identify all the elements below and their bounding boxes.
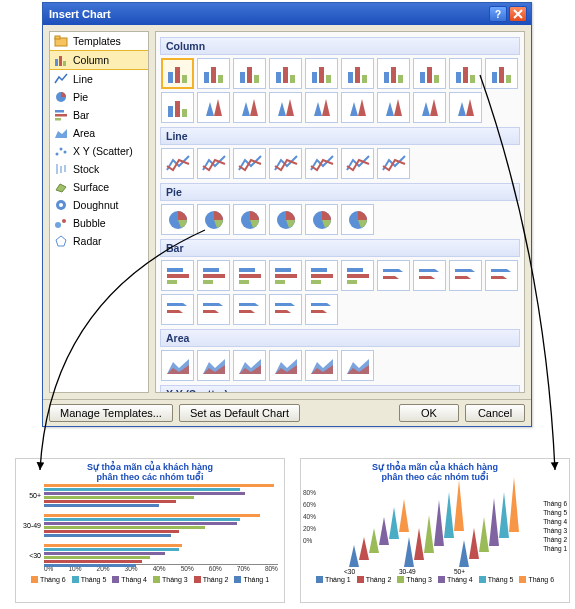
svg-rect-53 — [175, 101, 180, 117]
chart-thumbnail[interactable] — [197, 204, 230, 235]
sidebar-item-area[interactable]: Area — [50, 124, 148, 142]
chart-thumbnail[interactable] — [305, 92, 338, 123]
svg-rect-23 — [175, 67, 180, 83]
svg-marker-106 — [203, 310, 219, 313]
chart-thumbnail[interactable] — [377, 148, 410, 179]
chart-thumbnail[interactable] — [233, 58, 266, 89]
svg-marker-97 — [419, 269, 439, 272]
close-button[interactable] — [509, 6, 527, 22]
chart-thumbnail[interactable] — [269, 294, 302, 325]
chart-thumbnail[interactable] — [233, 148, 266, 179]
chart-thumbnail[interactable] — [161, 260, 194, 291]
sidebar-item-pie[interactable]: Pie — [50, 88, 148, 106]
chart-thumbnail[interactable] — [413, 58, 446, 89]
chart-thumbnail[interactable] — [341, 350, 374, 381]
chart-thumbnail[interactable] — [233, 204, 266, 235]
sidebar-item-radar[interactable]: Radar — [50, 232, 148, 250]
chart-thumbnail[interactable] — [233, 294, 266, 325]
sidebar-item-bubble[interactable]: Bubble — [50, 214, 148, 232]
chart-thumbnail[interactable] — [233, 92, 266, 123]
chart-thumbnail[interactable] — [305, 350, 338, 381]
sidebar-item-doughnut[interactable]: Doughnut — [50, 196, 148, 214]
chart-thumbnail[interactable] — [197, 260, 230, 291]
chart-thumbnail[interactable] — [341, 204, 374, 235]
chart-thumbnail[interactable] — [161, 92, 194, 123]
chart-gallery[interactable]: ColumnLinePieBarAreaX Y (Scatter)Stock — [155, 31, 525, 393]
chart-thumbnail[interactable] — [161, 294, 194, 325]
bubble-chart-icon — [54, 216, 68, 230]
chart-thumbnail[interactable] — [197, 58, 230, 89]
svg-marker-69 — [458, 102, 466, 116]
sidebar-item-line[interactable]: Line — [50, 70, 148, 88]
chart-thumbnail[interactable] — [377, 58, 410, 89]
chart-thumbnail[interactable] — [269, 204, 302, 235]
set-default-chart-button[interactable]: Set as Default Chart — [179, 404, 300, 422]
chart-thumbnail[interactable] — [377, 92, 410, 123]
sidebar-item-stock[interactable]: Stock — [50, 160, 148, 178]
chart-thumbnail[interactable] — [449, 92, 482, 123]
sidebar-item-label: Area — [73, 127, 95, 139]
svg-rect-32 — [283, 67, 288, 83]
chart-thumbnail[interactable] — [305, 58, 338, 89]
chart-thumbnail[interactable] — [161, 148, 194, 179]
chart-thumbnail[interactable] — [233, 350, 266, 381]
ok-button[interactable]: OK — [399, 404, 459, 422]
chart-thumbnail[interactable] — [341, 148, 374, 179]
svg-marker-96 — [383, 276, 399, 279]
sidebar-item-column[interactable]: Column — [50, 50, 148, 70]
chart-thumbnail[interactable] — [197, 92, 230, 123]
svg-rect-80 — [203, 268, 219, 272]
chart-thumbnail[interactable] — [269, 58, 302, 89]
sidebar-item-templates[interactable]: Templates — [50, 32, 148, 50]
svg-point-11 — [60, 148, 63, 151]
sidebar-item-scatter[interactable]: X Y (Scatter) — [50, 142, 148, 160]
chart-thumbnail[interactable] — [161, 58, 194, 89]
category-header: Area — [160, 329, 520, 347]
svg-rect-88 — [275, 280, 285, 284]
svg-rect-50 — [499, 67, 504, 83]
svg-marker-58 — [250, 99, 258, 116]
chart-thumbnail[interactable] — [197, 148, 230, 179]
svg-marker-99 — [455, 269, 475, 272]
chart-thumbnail[interactable] — [485, 58, 518, 89]
dialog-title: Insert Chart — [49, 8, 487, 20]
svg-rect-24 — [182, 75, 187, 83]
chart-thumbnail[interactable] — [449, 260, 482, 291]
chart-thumbnail[interactable] — [413, 92, 446, 123]
manage-templates-button[interactable]: Manage Templates... — [49, 404, 173, 422]
chart-thumbnail[interactable] — [161, 204, 194, 235]
cancel-button[interactable]: Cancel — [465, 404, 525, 422]
chart-thumbnail[interactable] — [485, 260, 518, 291]
sidebar-item-surface[interactable]: Surface — [50, 178, 148, 196]
svg-rect-45 — [434, 75, 439, 83]
chart-thumbnail[interactable] — [197, 350, 230, 381]
svg-marker-95 — [383, 269, 403, 272]
svg-rect-25 — [204, 72, 209, 83]
preview-chart-bar: Sự thỏa mãn của khách hàng phân theo các… — [15, 458, 285, 603]
chart-thumbnail[interactable] — [413, 260, 446, 291]
chart-thumbnail[interactable] — [161, 350, 194, 381]
svg-marker-100 — [455, 276, 471, 279]
chart-thumbnail[interactable] — [269, 148, 302, 179]
chart-thumbnail[interactable] — [197, 294, 230, 325]
chart-thumbnail[interactable] — [233, 260, 266, 291]
chart-thumbnail[interactable] — [341, 260, 374, 291]
chart-thumbnail[interactable] — [305, 148, 338, 179]
svg-marker-109 — [275, 303, 295, 306]
svg-point-18 — [59, 203, 63, 207]
chart-thumbnail[interactable] — [341, 58, 374, 89]
chart-thumbnail[interactable] — [341, 92, 374, 123]
svg-marker-111 — [311, 303, 331, 306]
chart-thumbnail[interactable] — [269, 350, 302, 381]
chart-thumbnail[interactable] — [269, 260, 302, 291]
help-button[interactable]: ? — [489, 6, 507, 22]
chart-thumbnail[interactable] — [377, 260, 410, 291]
chart-thumbnail[interactable] — [305, 260, 338, 291]
chart-thumbnail[interactable] — [269, 92, 302, 123]
chart-thumbnail[interactable] — [449, 58, 482, 89]
chart-thumbnail[interactable] — [305, 204, 338, 235]
chart-type-sidebar: Templates Column Line Pie Bar Area — [49, 31, 149, 393]
sidebar-item-bar[interactable]: Bar — [50, 106, 148, 124]
chart-thumbnail[interactable] — [305, 294, 338, 325]
svg-rect-91 — [311, 280, 321, 284]
